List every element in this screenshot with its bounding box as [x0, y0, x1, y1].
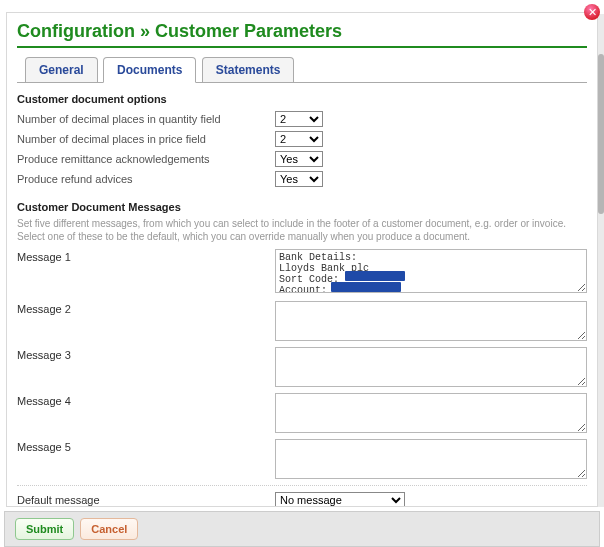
textarea-message-5[interactable]: [275, 439, 587, 479]
footer-bar: Submit Cancel: [4, 511, 600, 547]
msg1-wrap: [275, 249, 587, 295]
label-message-5: Message 5: [17, 439, 275, 453]
submit-button[interactable]: Submit: [15, 518, 74, 540]
main-panel: Configuration » Customer Parameters Gene…: [6, 12, 598, 507]
tab-bar: General Documents Statements: [25, 56, 587, 82]
title-page: Customer Parameters: [155, 21, 342, 41]
select-price-decimals[interactable]: 2: [275, 131, 323, 147]
label-refund: Produce refund advices: [17, 173, 275, 185]
close-icon[interactable]: [584, 4, 600, 20]
label-message-1: Message 1: [17, 249, 275, 263]
row-price-decimals: Number of decimal places in price field …: [17, 129, 587, 149]
row-message-2: Message 2: [17, 301, 587, 341]
row-remittance: Produce remittance acknowledgements Yes: [17, 149, 587, 169]
textarea-message-1[interactable]: [275, 249, 587, 293]
select-qty-decimals[interactable]: 2: [275, 111, 323, 127]
tab-documents[interactable]: Documents: [103, 57, 196, 83]
label-remittance: Produce remittance acknowledgements: [17, 153, 275, 165]
title-prefix: Configuration: [17, 21, 135, 41]
row-message-4: Message 4: [17, 393, 587, 433]
row-refund: Produce refund advices Yes: [17, 169, 587, 189]
title-divider: [17, 46, 587, 48]
row-qty-decimals: Number of decimal places in quantity fie…: [17, 109, 587, 129]
label-default-message: Default message: [17, 494, 275, 506]
title-sep: »: [140, 21, 150, 41]
select-refund[interactable]: Yes: [275, 171, 323, 187]
page-title: Configuration » Customer Parameters: [17, 21, 587, 42]
row-message-5: Message 5: [17, 439, 587, 479]
redaction-account: [331, 282, 401, 292]
label-message-4: Message 4: [17, 393, 275, 407]
label-qty-decimals: Number of decimal places in quantity fie…: [17, 113, 275, 125]
docopts-heading: Customer document options: [17, 93, 587, 105]
label-price-decimals: Number of decimal places in price field: [17, 133, 275, 145]
row-message-1: Message 1: [17, 249, 587, 295]
messages-heading: Customer Document Messages: [17, 201, 587, 213]
cancel-button[interactable]: Cancel: [80, 518, 138, 540]
tab-statements[interactable]: Statements: [202, 57, 295, 82]
textarea-message-4[interactable]: [275, 393, 587, 433]
row-message-3: Message 3: [17, 347, 587, 387]
textarea-message-2[interactable]: [275, 301, 587, 341]
redaction-sortcode: [345, 271, 405, 281]
tab-general[interactable]: General: [25, 57, 98, 82]
messages-helper: Set five different messages, from which …: [17, 217, 587, 243]
row-default-message: Default message No message: [17, 485, 587, 507]
select-default-message[interactable]: No message: [275, 492, 405, 507]
scrollbar-thumb[interactable]: [598, 54, 604, 214]
select-remittance[interactable]: Yes: [275, 151, 323, 167]
label-message-2: Message 2: [17, 301, 275, 315]
textarea-message-3[interactable]: [275, 347, 587, 387]
scrollbar-track[interactable]: [598, 14, 604, 507]
label-message-3: Message 3: [17, 347, 275, 361]
